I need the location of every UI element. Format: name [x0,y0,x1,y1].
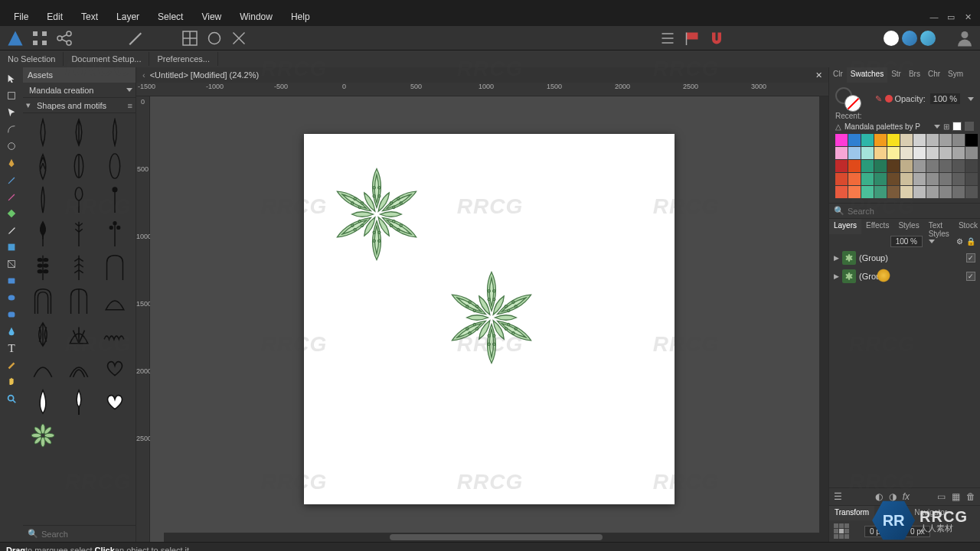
ctx-preferences[interactable]: Preferences... [149,52,217,66]
window-maximize-icon[interactable]: ▭ [943,11,959,23]
canvas-viewport[interactable] [150,96,828,542]
tab-transform[interactable]: Transform [829,506,874,520]
lock-icon[interactable]: 🔒 [966,237,975,246]
colour-swatch[interactable] [926,173,939,185]
asset-branch-2[interactable] [98,217,132,249]
chevron-down-icon[interactable] [929,240,935,243]
colour-swatch[interactable] [926,147,939,159]
colour-swatch[interactable] [913,147,926,159]
vector-crop-icon[interactable] [2,256,21,272]
asset-petal-1[interactable] [26,184,60,216]
layer-opacity-value[interactable]: 100 % [890,236,923,247]
colour-swatch[interactable] [900,134,913,146]
fill-tool-icon[interactable] [2,206,21,221]
colour-swatch[interactable] [965,186,978,198]
asset-leaf-4[interactable] [26,150,60,182]
expand-arrow-icon[interactable]: ▶ [834,254,839,262]
colour-swatch[interactable] [874,160,887,172]
tab-character[interactable]: Chr [924,67,944,83]
snap-glow-icon[interactable] [205,29,224,47]
dropper-tool-icon[interactable] [2,223,21,238]
layer-row-2[interactable]: ▶ (Group) ✓ [829,267,980,285]
colour-swatch[interactable] [952,160,965,172]
colour-swatch[interactable] [926,186,939,198]
colour-swatch[interactable] [861,186,874,198]
palette-name[interactable]: Mandala palettes by P [844,122,928,131]
asset-search-input[interactable] [41,530,147,539]
window-minimize-icon[interactable]: — [926,11,942,23]
snap-off-icon[interactable] [230,29,248,47]
colour-swatch[interactable] [835,134,848,146]
layer-visibility-checkbox[interactable]: ✓ [966,253,975,262]
asset-leaf-5[interactable] [62,150,96,182]
menu-select[interactable]: Select [149,8,192,25]
user-icon[interactable] [956,29,974,47]
move-tool-icon[interactable] [2,71,21,86]
add-layer-icon[interactable]: ▭ [937,491,946,502]
brush-icon[interactable] [126,29,144,47]
text-tool-icon[interactable]: T [2,341,21,356]
asset-scallop-1[interactable] [98,318,132,350]
paint-brush-icon[interactable] [2,357,21,373]
chevron-down-icon[interactable] [968,97,974,101]
asset-spade-1[interactable] [26,217,60,249]
fill-stroke-wells[interactable] [835,87,874,110]
asset-fern-1[interactable] [26,251,60,283]
tab-swatches[interactable]: Swatches [847,67,887,83]
add-pixel-icon[interactable]: ▦ [952,491,960,502]
shape-tool-icon[interactable] [2,139,21,154]
assets-tab[interactable]: Assets [23,67,136,83]
colour-swatch[interactable] [887,173,900,185]
ctx-document-setup[interactable]: Document Setup... [64,52,149,66]
asset-fern-2[interactable] [62,251,96,283]
colour-swatch[interactable] [874,134,887,146]
transform-y[interactable]: 0 px [905,526,930,537]
asset-category-dropdown[interactable]: ▾ Shapes and motifs ≡ [23,98,136,113]
colour-swatch[interactable] [926,134,939,146]
colour-swatch[interactable] [835,147,848,159]
persona-icon[interactable] [31,29,49,47]
colour-swatch[interactable] [874,147,887,159]
colour-swatch[interactable] [939,147,952,159]
artboard-tool-icon[interactable] [2,88,21,103]
artboard[interactable] [304,134,675,504]
asset-flower-green[interactable] [26,419,60,452]
colour-swatch[interactable] [848,160,861,172]
asset-heart-1[interactable] [98,352,132,384]
asset-tree-1[interactable] [62,386,96,418]
asset-heart-2[interactable] [98,386,132,418]
asset-leaf-6[interactable] [98,150,132,182]
brush-tool-icon[interactable] [2,189,21,204]
tab-colour[interactable]: Clr [829,67,847,83]
hand-tool-icon[interactable] [2,374,21,390]
menu-edit[interactable]: Edit [38,8,72,25]
rounded-rect-icon[interactable] [2,307,21,322]
list-view-icon[interactable]: ⊞ [943,122,949,131]
colour-swatch[interactable] [939,134,952,146]
ellipse-shape-icon[interactable] [2,290,21,305]
colour-swatch[interactable] [952,147,965,159]
tab-brushes[interactable]: Brs [905,67,924,83]
colour-swatch[interactable] [900,173,913,185]
asset-arch-3[interactable] [62,285,96,317]
flag-red-icon[interactable] [683,29,701,47]
anchor-widget[interactable] [834,523,849,539]
fill-white-icon[interactable] [884,31,899,46]
fx-icon[interactable]: fx [903,491,910,502]
menu-text[interactable]: Text [72,8,107,25]
pencil-tool-icon[interactable] [2,172,21,187]
share-icon[interactable] [55,29,74,47]
colour-swatch[interactable] [835,173,848,185]
colour-swatch[interactable] [965,160,978,172]
colour-swatch[interactable] [900,160,913,172]
menu-icon[interactable]: ≡ [128,101,132,110]
asset-search[interactable]: 🔍 [23,525,136,542]
transform-x[interactable]: 0 px [864,526,890,537]
colour-swatch[interactable] [874,186,887,198]
colour-swatch[interactable] [952,186,965,198]
tab-styles[interactable]: Styles [893,219,923,234]
tab-effects[interactable]: Effects [861,219,893,234]
snap-grid-icon[interactable] [181,29,199,47]
colour-swatch[interactable] [900,147,913,159]
asset-leaf-1[interactable] [26,116,60,148]
